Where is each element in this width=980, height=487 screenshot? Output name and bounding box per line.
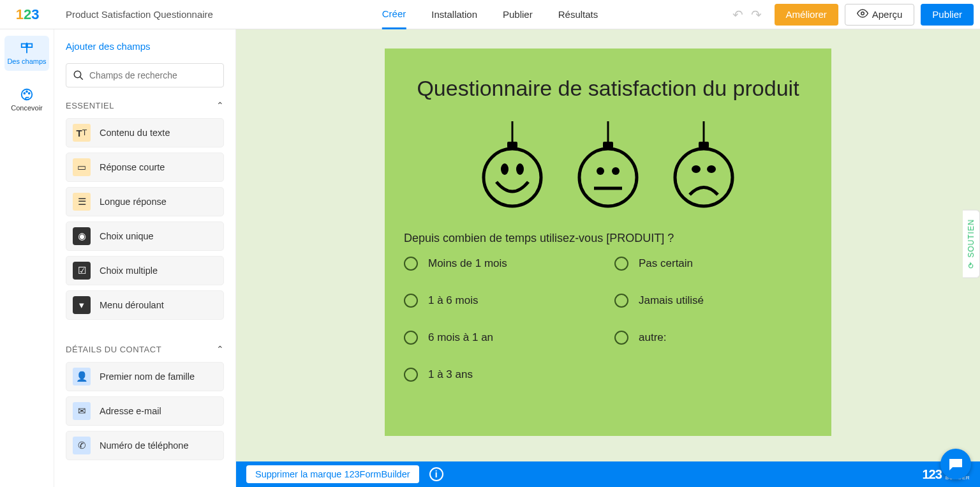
option-1-3-years[interactable]: 1 à 3 ans (404, 368, 602, 382)
logo[interactable]: 123 (0, 6, 54, 23)
option-never-used[interactable]: Jamais utilisé (614, 294, 812, 308)
svg-point-24 (692, 165, 701, 173)
field-long-answer-label: Longue réponse (100, 197, 167, 207)
radio-icon (614, 331, 628, 345)
field-email-label: Adresse e-mail (100, 406, 161, 416)
svg-point-17 (579, 149, 637, 206)
question-1-label[interactable]: Depuis combien de temps utilisez-vous [P… (404, 232, 812, 245)
search-icon (73, 70, 84, 81)
section-essential-header[interactable]: ESSENTIEL ⌃ (66, 100, 224, 110)
support-label: SOUTIEN (967, 219, 976, 257)
chat-fab[interactable] (940, 449, 971, 479)
tab-results[interactable]: Résultats (558, 0, 598, 29)
svg-point-25 (707, 165, 716, 173)
option-label: 1 à 3 ans (428, 368, 473, 381)
form-heading[interactable]: Questionnaire de satisfaction du produit (404, 74, 812, 102)
field-text-content-label: Contenu du texte (100, 128, 170, 138)
section-contact-title: DÉTAILS DU CONTACT (66, 345, 161, 354)
field-multiple-choice-label: Choix multiple (100, 266, 158, 276)
field-dropdown[interactable]: ▾ Menu déroulant (66, 290, 224, 320)
option-label: autre: (639, 331, 666, 344)
svg-point-7 (29, 93, 30, 94)
option-other[interactable]: autre: (614, 331, 812, 345)
mail-icon: ✉ (73, 402, 91, 420)
svg-point-5 (24, 93, 25, 94)
chevron-up-icon: ⌃ (216, 100, 225, 110)
option-6m-1y[interactable]: 6 mois à 1 an (404, 331, 602, 345)
search-input[interactable] (89, 70, 217, 80)
svg-rect-2 (27, 44, 32, 48)
rail-design[interactable]: Concevoir (4, 82, 49, 117)
svg-point-23 (675, 149, 732, 206)
palette-icon (20, 87, 34, 101)
option-less-1-month[interactable]: Moins de 1 mois (404, 257, 602, 271)
svg-point-8 (74, 71, 81, 78)
svg-rect-1 (22, 44, 26, 48)
section-contact-header[interactable]: DÉTAILS DU CONTACT ⌃ (66, 344, 224, 354)
tab-setup[interactable]: Installation (431, 0, 477, 29)
text-icon: TT (73, 124, 91, 142)
radio-icon (404, 257, 418, 271)
field-long-answer[interactable]: ☰ Longue réponse (66, 187, 224, 216)
chat-icon (948, 456, 963, 472)
field-single-choice-label: Choix unique (100, 231, 154, 241)
field-text-content[interactable]: TT Contenu du texte (66, 118, 224, 147)
dropdown-icon: ▾ (73, 296, 91, 314)
preview-button[interactable]: Aperçu (845, 4, 915, 26)
undo-icon[interactable]: ↶ (732, 7, 743, 22)
checkbox-icon: ☑ (73, 262, 91, 280)
option-not-sure[interactable]: Pas certain (614, 257, 812, 271)
rail-design-label: Concevoir (11, 104, 43, 112)
field-email[interactable]: ✉ Adresse e-mail (66, 396, 224, 426)
info-icon[interactable]: i (429, 467, 443, 481)
add-fields-link[interactable]: Ajouter des champs (66, 41, 151, 52)
radio-icon: ◉ (73, 227, 91, 245)
section-essential-title: ESSENTIEL (66, 101, 114, 110)
support-tab[interactable]: ⟳ SOUTIEN (963, 209, 980, 278)
remove-branding-link[interactable]: Supprimer la marque 123FormBuilder (246, 465, 419, 483)
radio-icon (404, 368, 418, 382)
support-icon: ⟳ (967, 261, 976, 268)
svg-point-13 (501, 163, 509, 175)
rail-fields[interactable]: Des champs (4, 36, 49, 71)
phone-icon: ✆ (73, 437, 91, 454)
eye-icon (857, 8, 868, 21)
radio-icon (614, 294, 628, 308)
radio-icon (404, 294, 418, 308)
field-name-label: Premier nom de famille (100, 371, 195, 382)
field-single-choice[interactable]: ◉ Choix unique (66, 221, 224, 251)
preview-label: Aperçu (872, 9, 903, 20)
radio-icon (404, 331, 418, 345)
option-label: 1 à 6 mois (428, 294, 478, 307)
svg-point-14 (516, 163, 524, 175)
fields-icon (20, 41, 34, 55)
tab-create[interactable]: Créer (382, 0, 406, 29)
field-dropdown-label: Menu déroulant (100, 300, 164, 310)
redo-icon[interactable]: ↷ (751, 7, 762, 22)
chevron-up-icon: ⌃ (216, 344, 225, 354)
field-name[interactable]: 👤 Premier nom de famille (66, 362, 224, 391)
svg-point-0 (861, 12, 865, 15)
form-title[interactable]: Product Satisfaction Questionnaire (54, 9, 213, 20)
svg-point-18 (597, 167, 604, 175)
form-page[interactable]: Questionnaire de satisfaction du produit… (385, 49, 831, 436)
field-multiple-choice[interactable]: ☑ Choix multiple (66, 256, 224, 285)
field-short-answer-label: Réponse courte (100, 162, 165, 172)
improve-button[interactable]: Améliorer (775, 4, 838, 26)
svg-point-12 (484, 149, 541, 206)
option-label: Pas certain (639, 257, 693, 270)
long-answer-icon: ☰ (73, 193, 91, 211)
svg-point-19 (612, 167, 620, 175)
field-short-answer[interactable]: ▭ Réponse courte (66, 153, 224, 182)
option-label: Jamais utilisé (639, 294, 704, 307)
svg-point-6 (26, 91, 27, 93)
option-1-6-months[interactable]: 1 à 6 mois (404, 294, 602, 308)
person-icon: 👤 (73, 368, 91, 386)
search-input-wrap[interactable] (66, 63, 224, 87)
field-phone[interactable]: ✆ Numéro de téléphone (66, 431, 224, 460)
rail-fields-label: Des champs (7, 57, 46, 66)
field-phone-label: Numéro de téléphone (100, 440, 188, 451)
tab-publish[interactable]: Publier (503, 0, 533, 29)
ornaments-image (404, 121, 812, 213)
publish-button[interactable]: Publier (921, 4, 974, 26)
